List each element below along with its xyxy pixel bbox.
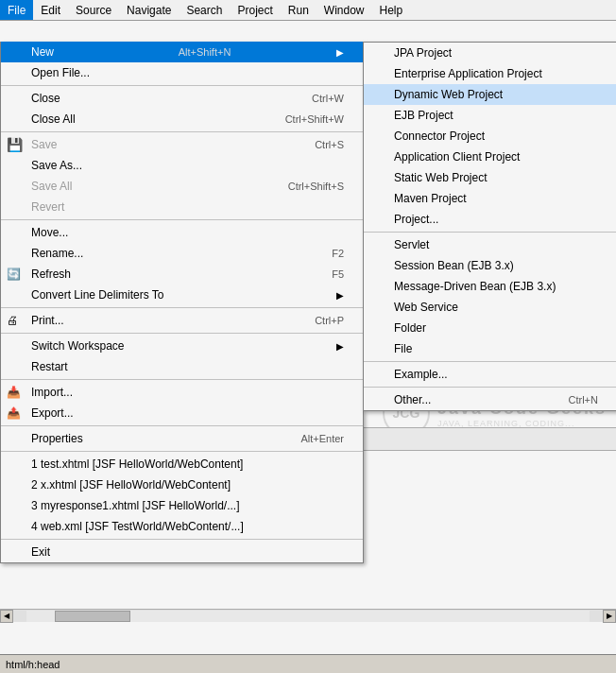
submenu-item-project-label: Project...	[394, 213, 438, 226]
menu-item-revert[interactable]: Revert	[1, 197, 363, 217]
submenu-item-session-bean-label: Session Bean (EJB 3.x)	[394, 259, 514, 272]
menu-item-import-label: Import...	[31, 386, 73, 399]
scroll-thumb[interactable]	[55, 611, 130, 622]
menubar-item-source[interactable]: Source	[68, 0, 119, 20]
menu-item-close[interactable]: Close Ctrl+W	[1, 88, 363, 109]
refresh-icon: 🔄	[7, 267, 21, 281]
menu-item-refresh-label: Refresh	[31, 267, 71, 281]
menu-item-export-label: Export...	[31, 406, 74, 420]
menu-item-recent-4-label: 4 web.xml [JSF TestWorld/WebContent/...]	[31, 520, 244, 533]
submenu-item-project[interactable]: Project...	[364, 209, 616, 230]
submenu-item-maven-project-label: Maven Project	[394, 192, 467, 205]
submenu-item-other[interactable]: Other... Ctrl+N	[364, 389, 616, 410]
menu-item-save-shortcut: Ctrl+S	[315, 139, 344, 150]
menu-item-switch-workspace-label: Switch Workspace	[31, 339, 124, 353]
submenu-item-message-driven-bean[interactable]: Message-Driven Bean (EJB 3.x)	[364, 276, 616, 297]
menu-item-print-shortcut: Ctrl+P	[315, 315, 344, 326]
scroll-right-button[interactable]: ▶	[603, 610, 616, 623]
menu-item-move[interactable]: Move...	[1, 222, 363, 243]
menu-item-move-label: Move...	[31, 226, 68, 239]
submenu-item-file[interactable]: File	[364, 338, 616, 359]
file-menu-dropdown: New Alt+Shift+N ▶ Open File... Close Ctr…	[0, 42, 364, 563]
menubar-item-help[interactable]: Help	[372, 0, 411, 20]
submenu-item-maven-project[interactable]: Maven Project	[364, 188, 616, 209]
submenu-item-ejb-project-label: EJB Project	[394, 109, 453, 122]
submenu-item-web-service[interactable]: Web Service	[364, 297, 616, 318]
menu-item-save-as[interactable]: Save As...	[1, 155, 363, 176]
submenu-item-session-bean[interactable]: Session Bean (EJB 3.x)	[364, 255, 616, 276]
submenu-item-ejb-project[interactable]: EJB Project	[364, 105, 616, 126]
menu-item-exit[interactable]: Exit	[1, 542, 363, 562]
scroll-track[interactable]	[26, 611, 590, 622]
separator-5	[1, 333, 363, 334]
menu-item-recent-1-label: 1 test.xhtml [JSF HelloWorld/WebContent]	[31, 457, 243, 471]
menubar-item-search[interactable]: Search	[179, 0, 230, 20]
export-icon: 📤	[7, 406, 21, 420]
menu-item-save-all-shortcut: Ctrl+Shift+S	[288, 181, 344, 192]
menubar-item-window[interactable]: Window	[317, 0, 372, 20]
submenu-item-example-label: Example...	[394, 368, 448, 381]
submenu-item-servlet-label: Servlet	[394, 238, 429, 251]
jcg-subtitle: JAVA, LEARNING, CODING...	[437, 419, 607, 428]
menu-item-open-file-label: Open File...	[31, 66, 90, 79]
submenu-item-message-driven-bean-label: Message-Driven Bean (EJB 3.x)	[394, 280, 556, 293]
menu-item-switch-workspace[interactable]: Switch Workspace ▶	[1, 336, 363, 356]
menu-item-restart[interactable]: Restart	[1, 356, 363, 377]
submenu-item-jpa-project-label: JPA Project	[394, 46, 452, 60]
menubar-item-navigate[interactable]: Navigate	[119, 0, 179, 20]
switch-workspace-arrow-icon: ▶	[336, 341, 344, 352]
separator-1	[1, 85, 363, 86]
convert-line-arrow-icon: ▶	[336, 290, 344, 301]
submenu-item-static-web-project[interactable]: Static Web Project	[364, 167, 616, 188]
menu-item-rename-label: Rename...	[31, 247, 83, 260]
menu-item-properties[interactable]: Properties Alt+Enter	[1, 428, 363, 449]
menu-item-print[interactable]: 🖨 Print... Ctrl+P	[1, 310, 363, 331]
separator-2	[1, 131, 363, 132]
submenu-item-static-web-project-label: Static Web Project	[394, 171, 487, 184]
submenu-item-file-label: File	[394, 342, 412, 355]
menubar-item-file[interactable]: File	[0, 0, 33, 20]
menu-item-save[interactable]: 💾 Save Ctrl+S	[1, 134, 363, 155]
menu-item-rename[interactable]: Rename... F2	[1, 243, 363, 264]
menubar: File Edit Source Navigate Search Project…	[0, 0, 616, 21]
submenu-item-servlet[interactable]: Servlet	[364, 234, 616, 255]
menu-item-new[interactable]: New Alt+Shift+N ▶	[1, 42, 363, 62]
menu-item-convert-line-label: Convert Line Delimiters To	[31, 288, 164, 302]
horizontal-scrollbar[interactable]: ◀ ▶	[0, 609, 616, 622]
menu-item-refresh[interactable]: 🔄 Refresh F5	[1, 264, 363, 285]
menubar-item-run[interactable]: Run	[281, 0, 317, 20]
submenu-item-example[interactable]: Example...	[364, 364, 616, 385]
submenu-item-dynamic-web-project-label: Dynamic Web Project	[394, 88, 503, 101]
menu-item-recent-4[interactable]: 4 web.xml [JSF TestWorld/WebContent/...]	[1, 516, 363, 537]
menu-item-open-file[interactable]: Open File...	[1, 62, 363, 83]
submenu-item-jpa-project[interactable]: JPA Project	[364, 43, 616, 63]
scroll-left-button[interactable]: ◀	[0, 610, 13, 623]
menu-item-save-all-label: Save All	[31, 180, 72, 193]
submenu-item-dynamic-web-project[interactable]: Dynamic Web Project	[364, 84, 616, 105]
menu-item-recent-3[interactable]: 3 myresponse1.xhtml [JSF HelloWorld/...]	[1, 495, 363, 516]
menu-item-close-shortcut: Ctrl+W	[312, 93, 344, 104]
submenu-item-folder[interactable]: Folder	[364, 318, 616, 338]
menu-item-close-all[interactable]: Close All Ctrl+Shift+W	[1, 109, 363, 129]
save-icon: 💾	[7, 137, 23, 152]
statusbar-text: html/h:head	[6, 659, 60, 670]
submenu-item-enterprise-project[interactable]: Enterprise Application Project	[364, 63, 616, 84]
menu-item-recent-2[interactable]: 2 x.xhtml [JSF HelloWorld/WebContent]	[1, 475, 363, 495]
submenu-item-connector-project[interactable]: Connector Project	[364, 126, 616, 147]
menubar-item-edit[interactable]: Edit	[33, 0, 68, 20]
menu-item-convert-line[interactable]: Convert Line Delimiters To ▶	[1, 285, 363, 305]
menu-item-revert-label: Revert	[31, 200, 64, 214]
menu-item-save-all[interactable]: Save All Ctrl+Shift+S	[1, 176, 363, 197]
menu-item-print-label: Print...	[31, 314, 64, 327]
separator-8	[1, 451, 363, 452]
menu-item-new-shortcut: Alt+Shift+N	[179, 46, 231, 58]
menu-item-properties-label: Properties	[31, 432, 83, 445]
menu-item-import[interactable]: 📥 Import...	[1, 382, 363, 403]
menu-item-export[interactable]: 📤 Export...	[1, 403, 363, 423]
menu-item-recent-1[interactable]: 1 test.xhtml [JSF HelloWorld/WebContent]	[1, 454, 363, 475]
submenu-arrow-icon: ▶	[336, 47, 344, 58]
submenu-item-app-client-project[interactable]: Application Client Project	[364, 147, 616, 167]
menubar-item-project[interactable]: Project	[230, 0, 280, 20]
separator-6	[1, 379, 363, 380]
submenu-separator-3	[364, 387, 616, 388]
